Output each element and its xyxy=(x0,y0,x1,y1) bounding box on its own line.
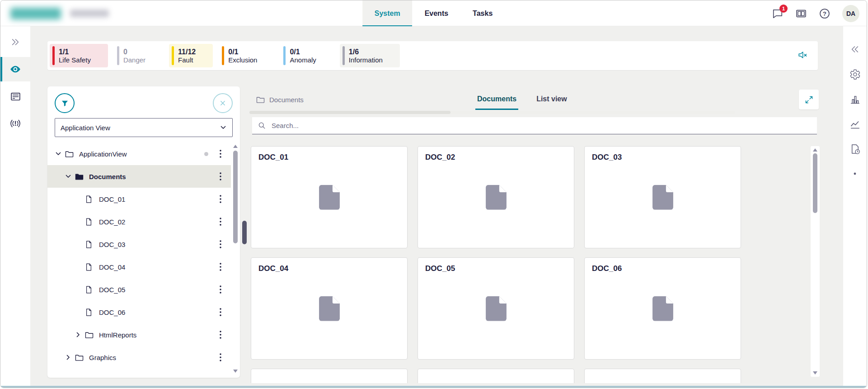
user-avatar[interactable]: DA xyxy=(842,5,859,22)
chevron-right-icon xyxy=(62,354,75,361)
document-card[interactable]: DOC_02 xyxy=(418,146,574,248)
documents-scrollbar[interactable] xyxy=(811,146,820,377)
panel-splitter[interactable] xyxy=(242,221,247,244)
status-item-exclusion[interactable]: 0/1Exclusion xyxy=(219,44,274,67)
mute-button[interactable] xyxy=(796,49,809,63)
tab-system[interactable]: System xyxy=(362,0,413,26)
status-item-danger[interactable]: 0Danger xyxy=(114,44,163,67)
document-card[interactable]: DOC_04 xyxy=(251,257,408,360)
status-item-information[interactable]: 1/6Information xyxy=(340,44,400,67)
tree-item-doc_06[interactable]: DOC_06 xyxy=(47,301,231,323)
rail-item-expand[interactable] xyxy=(0,30,30,54)
rail-item-trend[interactable] xyxy=(843,113,867,135)
notification-badge: 1 xyxy=(779,5,788,13)
rail-item-reports[interactable] xyxy=(843,138,867,160)
item-menu-button[interactable] xyxy=(215,323,226,346)
file-icon xyxy=(84,308,99,317)
rail-item-collapse[interactable] xyxy=(843,38,867,61)
expand-button[interactable] xyxy=(799,90,819,109)
rail-item-more[interactable] xyxy=(843,162,867,185)
rail-item-system-browser[interactable] xyxy=(0,57,30,81)
tab-list-view[interactable]: List view xyxy=(535,89,569,110)
breadcrumb: Documents xyxy=(256,89,304,110)
document-card-partial[interactable] xyxy=(584,369,741,383)
rail-item-textual-viewer[interactable] xyxy=(0,84,30,109)
document-card[interactable]: DOC_03 xyxy=(584,146,741,248)
item-menu-button[interactable] xyxy=(215,165,226,188)
search-input[interactable] xyxy=(271,121,817,130)
document-card[interactable]: DOC_01 xyxy=(251,146,408,248)
tree-item-doc_04[interactable]: DOC_04 xyxy=(47,256,231,278)
view-selector[interactable]: Application View xyxy=(55,118,233,137)
document-card[interactable]: DOC_05 xyxy=(418,257,574,360)
status-label: Danger xyxy=(123,56,145,64)
alert-icon xyxy=(9,118,22,129)
top-actions: 1 ? DA xyxy=(772,0,859,26)
item-menu-button[interactable] xyxy=(215,301,226,323)
tree-item-label: HtmlReports xyxy=(99,331,136,339)
status-label: Exclusion xyxy=(228,56,257,64)
status-item-fault[interactable]: 11/12Fault xyxy=(169,44,213,67)
scroll-up-arrow[interactable] xyxy=(813,148,817,152)
status-count: 0 xyxy=(123,47,145,56)
item-menu-button[interactable] xyxy=(215,346,226,369)
scroll-down-arrow[interactable] xyxy=(233,370,238,373)
eye-icon xyxy=(9,63,21,75)
filter-button[interactable] xyxy=(55,93,75,113)
document-card[interactable]: DOC_06 xyxy=(584,257,741,360)
tree-item-graphics[interactable]: Graphics xyxy=(47,346,231,369)
tree-item-htmlreports[interactable]: HtmlReports xyxy=(47,323,231,346)
notifications-button[interactable]: 1 xyxy=(772,8,784,19)
horizontal-scrollbar[interactable] xyxy=(249,111,735,114)
rail-item-bar-chart[interactable] xyxy=(843,88,867,110)
document-card-title: DOC_04 xyxy=(258,264,288,273)
help-button[interactable]: ? xyxy=(819,8,830,19)
rail-item-related-items[interactable] xyxy=(0,111,30,136)
close-icon xyxy=(218,99,227,108)
primary-tabs: SystemEventsTasks xyxy=(362,0,505,26)
scroll-thumb[interactable] xyxy=(249,111,450,114)
tab-tasks[interactable]: Tasks xyxy=(460,0,505,26)
kebab-icon xyxy=(220,353,221,361)
kebab-icon xyxy=(220,172,221,180)
tree-item-applicationview[interactable]: ApplicationView xyxy=(47,142,231,165)
double-chevron-right-icon xyxy=(10,37,20,47)
file-icon xyxy=(84,263,99,271)
scroll-up-arrow[interactable] xyxy=(233,145,238,148)
filter-icon xyxy=(60,99,70,108)
tree-item-doc_01[interactable]: DOC_01 xyxy=(47,188,231,210)
documents-header: Documents DocumentsList view xyxy=(249,89,820,110)
top-bar: SystemEventsTasks 1 ? DA xyxy=(0,0,867,26)
item-menu-button[interactable] xyxy=(215,256,226,278)
document-card-partial[interactable] xyxy=(251,369,408,383)
status-item-anomaly[interactable]: 0/1Anomaly xyxy=(281,44,333,67)
document-card-title: DOC_05 xyxy=(425,264,455,273)
item-menu-button[interactable] xyxy=(215,142,226,165)
tree-item-doc_02[interactable]: DOC_02 xyxy=(47,210,231,233)
scroll-down-arrow[interactable] xyxy=(813,371,817,375)
tree-item-label: Graphics xyxy=(89,354,116,361)
tree-item-documents[interactable]: Documents xyxy=(47,165,231,188)
item-menu-button[interactable] xyxy=(215,210,226,233)
tree-toolbar xyxy=(47,86,240,114)
document-icon xyxy=(486,296,507,323)
status-item-life-safety[interactable]: 1/1Life Safety xyxy=(50,44,108,67)
category-color-bar xyxy=(117,46,119,65)
document-icon xyxy=(319,185,340,212)
scroll-thumb[interactable] xyxy=(233,151,238,243)
documents-panel: Documents DocumentsList view DOC_01DOC_0… xyxy=(249,89,820,383)
split-view-button[interactable] xyxy=(795,8,807,19)
item-menu-button[interactable] xyxy=(215,188,226,210)
document-card-partial[interactable] xyxy=(418,369,574,383)
tab-events[interactable]: Events xyxy=(413,0,460,26)
tree-item-doc_03[interactable]: DOC_03 xyxy=(47,233,231,256)
scroll-thumb[interactable] xyxy=(813,153,817,213)
rail-item-settings[interactable] xyxy=(843,63,867,85)
item-menu-button[interactable] xyxy=(215,233,226,256)
item-menu-button[interactable] xyxy=(215,278,226,301)
tree-item-doc_05[interactable]: DOC_05 xyxy=(47,278,231,301)
logo-text xyxy=(70,9,109,17)
clear-filter-button[interactable] xyxy=(213,93,233,113)
tree-scrollbar[interactable] xyxy=(232,142,239,375)
tab-documents[interactable]: Documents xyxy=(475,89,518,110)
